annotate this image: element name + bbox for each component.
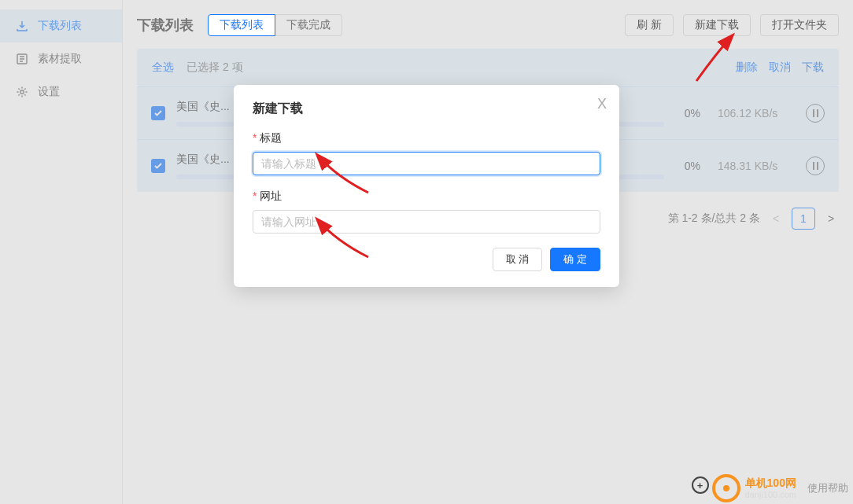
modal-confirm-button[interactable]: 确 定 <box>550 248 600 271</box>
watermark-url: danji100.com <box>745 490 796 499</box>
watermark-text: 单机100网 <box>745 477 796 489</box>
new-download-modal: X 新建下载 *标题 *网址 取 消 确 定 <box>234 85 619 287</box>
watermark-logo <box>712 474 740 502</box>
plus-icon: + <box>692 476 709 494</box>
url-label: *网址 <box>253 189 600 204</box>
url-input[interactable] <box>253 210 600 234</box>
modal-cancel-button[interactable]: 取 消 <box>493 248 543 271</box>
close-icon[interactable]: X <box>597 96 607 112</box>
tab-download-list[interactable]: 下载列表 <box>208 14 275 36</box>
modal-overlay[interactable]: X 新建下载 *标题 *网址 取 消 确 定 <box>0 0 853 504</box>
title-input[interactable] <box>253 152 600 175</box>
watermark: + 单机100网 danji100.com 使用帮助 <box>692 474 848 502</box>
help-link[interactable]: 使用帮助 <box>807 481 848 495</box>
title-label: *标题 <box>253 131 600 145</box>
modal-title: 新建下载 <box>253 101 600 117</box>
